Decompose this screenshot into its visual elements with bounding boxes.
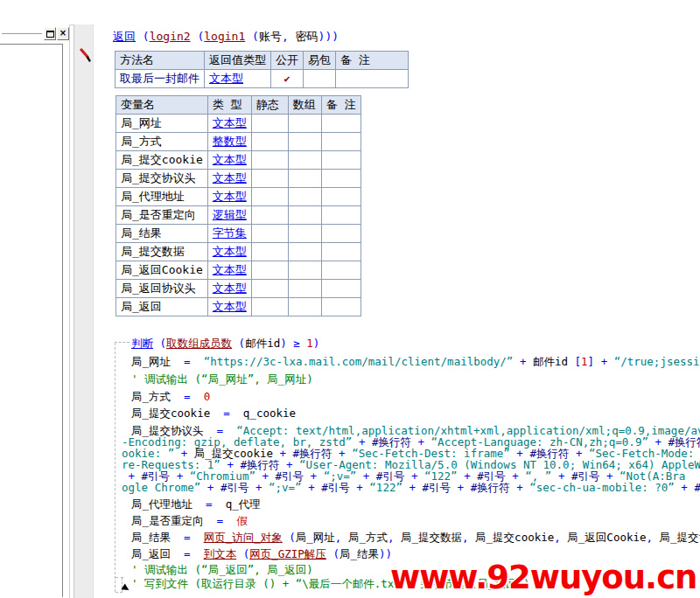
code-segment: )	[280, 337, 293, 350]
table-cell[interactable]	[288, 225, 321, 243]
table-cell[interactable]	[288, 188, 321, 206]
code-segment: q_代理	[226, 497, 261, 511]
table-cell[interactable]: 整数型	[207, 133, 251, 151]
code-segment: (	[191, 30, 205, 43]
table-cell[interactable]: 局_网址	[116, 115, 208, 133]
table-cell[interactable]	[321, 243, 360, 261]
column-header: 易包	[304, 52, 336, 70]
table-cell[interactable]	[251, 298, 288, 316]
table-cell[interactable]: 局_返回协议头	[116, 280, 208, 298]
code-line[interactable]: + #引号 + “Chromium” + #引号 + “;v=” + #引号 +…	[122, 470, 685, 483]
table-row: 局_网址文本型	[116, 115, 361, 133]
table-cell[interactable]: 文本型	[207, 151, 251, 170]
table-cell[interactable]	[251, 115, 288, 133]
table-cell[interactable]: 文本型	[207, 280, 251, 298]
dock-panel-body[interactable]	[0, 44, 63, 597]
dock-titlebar[interactable]: ×	[0, 24, 69, 44]
code-segment: (	[326, 547, 340, 560]
code-line[interactable]: 局_方式 = 0	[131, 391, 210, 403]
code-segment: 1	[306, 337, 313, 350]
code-segment: +	[356, 469, 376, 483]
table-cell[interactable]: 局_提交数据	[116, 243, 208, 261]
code-line[interactable]: 局_网址 = “https://3c-lxa.mail.com/mail/cli…	[131, 356, 700, 368]
table-cell[interactable]: 文本型	[207, 115, 251, 133]
table-cell[interactable]: ✔	[271, 70, 304, 88]
code-segment: “User-Agent: Mozilla/5.0 (Windows NT 10.…	[299, 458, 700, 471]
table-cell[interactable]: 字节集	[207, 225, 251, 243]
table-cell[interactable]	[304, 70, 336, 88]
table-cell[interactable]	[321, 188, 360, 206]
code-line[interactable]: 局_提交cookie = q_cookie	[131, 407, 296, 420]
maximize-button[interactable]	[44, 27, 56, 40]
code-line[interactable]: 局_结果 = 网页_访问_对象 (局_网址, 局_方式, 局_提交数据, 局_提…	[131, 532, 700, 544]
code-line[interactable]: ookie: ” + 局_提交cookie + #换行符 + “Sec-Fetc…	[122, 448, 700, 460]
table-cell[interactable]: 文本型	[207, 170, 251, 188]
table-cell[interactable]: 局_提交协议头	[116, 170, 208, 188]
table-cell[interactable]	[321, 298, 360, 316]
code-line[interactable]: 局_返回 = 到文本 (网页_GZIP解压 (局_结果))	[131, 548, 392, 560]
code-segment: #换行符	[668, 435, 700, 448]
table-cell[interactable]: 局_结果	[116, 225, 208, 243]
left-dock-panel: ×	[0, 24, 70, 598]
table-cell[interactable]	[251, 243, 288, 261]
code-line[interactable]: ' 调试输出 (“局_返回”, 局_返回)	[131, 564, 313, 576]
code-line[interactable]: ogle Chrome” + #引号 + “;v=” + #引号 + “122”…	[122, 482, 700, 494]
code-segment: #引号	[571, 469, 600, 483]
table-cell[interactable]: 文本型	[205, 70, 271, 88]
column-header: 公开	[271, 52, 304, 70]
table-cell[interactable]	[288, 206, 321, 225]
table-cell[interactable]	[321, 151, 360, 170]
table-cell[interactable]: 取最后一封邮件	[116, 70, 205, 88]
table-cell[interactable]: 局_方式	[116, 133, 208, 151]
close-button[interactable]: ×	[57, 27, 69, 40]
table-cell[interactable]	[288, 243, 321, 261]
table-cell[interactable]	[336, 70, 409, 88]
table-cell[interactable]	[251, 225, 288, 243]
code-segment: +	[600, 469, 620, 483]
table-cell[interactable]: 局_返回Cookie	[116, 261, 208, 280]
table-cell[interactable]: 文本型	[207, 188, 251, 206]
table-cell[interactable]: 局_代理地址	[116, 188, 208, 206]
table-cell[interactable]: 局_提交cookie	[116, 151, 208, 170]
table-cell[interactable]	[288, 170, 321, 188]
code-segment: )))	[318, 30, 339, 43]
table-cell[interactable]	[251, 170, 288, 188]
table-cell[interactable]	[321, 261, 360, 280]
code-segment: 1	[581, 355, 588, 368]
code-line[interactable]: 局_代理地址 = q_代理	[131, 498, 261, 511]
table-cell[interactable]	[288, 115, 321, 133]
code-line[interactable]: 局_是否重定向 = 假	[131, 515, 248, 527]
table-cell[interactable]	[288, 280, 321, 298]
code-segment: 到文本	[204, 547, 237, 560]
table-cell[interactable]	[321, 280, 360, 298]
table-cell[interactable]	[288, 151, 321, 170]
table-cell[interactable]	[321, 115, 360, 133]
table-cell[interactable]	[321, 225, 360, 243]
table-cell[interactable]: 文本型	[207, 298, 251, 316]
table-cell[interactable]	[251, 206, 288, 225]
table-cell[interactable]: 局_返回	[116, 298, 208, 316]
code-segment: ,	[554, 531, 567, 544]
code-line[interactable]: ' 调试输出 (“局_网址”, 局_网址)	[131, 373, 313, 386]
table-cell[interactable]	[251, 280, 288, 298]
code-line[interactable]: 局_提交协议头 = “Accept: text/html,application…	[131, 425, 700, 437]
table-cell[interactable]: 逻辑型	[207, 206, 251, 225]
code-line[interactable]: -Encoding: gzip, deflate, br, zstd” + #换…	[122, 436, 700, 448]
method-declaration[interactable]: 返回 (login2 (login1 (账号, 密码)))	[113, 30, 339, 43]
table-cell[interactable]	[251, 151, 288, 170]
code-line[interactable]: re-Requests: 1” + #换行符 + “User-Agent: Mo…	[122, 459, 700, 471]
table-cell[interactable]	[321, 133, 360, 151]
table-cell[interactable]	[321, 170, 360, 188]
table-cell[interactable]: 文本型	[207, 261, 251, 280]
table-cell[interactable]	[251, 133, 288, 151]
table-cell[interactable]	[288, 261, 321, 280]
table-cell[interactable]	[251, 261, 288, 280]
flow-guide	[115, 342, 130, 343]
table-cell[interactable]: 局_是否重定向	[116, 206, 208, 225]
table-cell[interactable]	[251, 188, 288, 206]
table-cell[interactable]	[288, 133, 321, 151]
code-line[interactable]: 判断 (取数组成员数 (邮件id) ≥ 1)	[131, 337, 319, 350]
table-cell[interactable]	[321, 206, 360, 225]
table-cell[interactable]: 文本型	[207, 243, 251, 261]
table-cell[interactable]	[288, 298, 321, 316]
